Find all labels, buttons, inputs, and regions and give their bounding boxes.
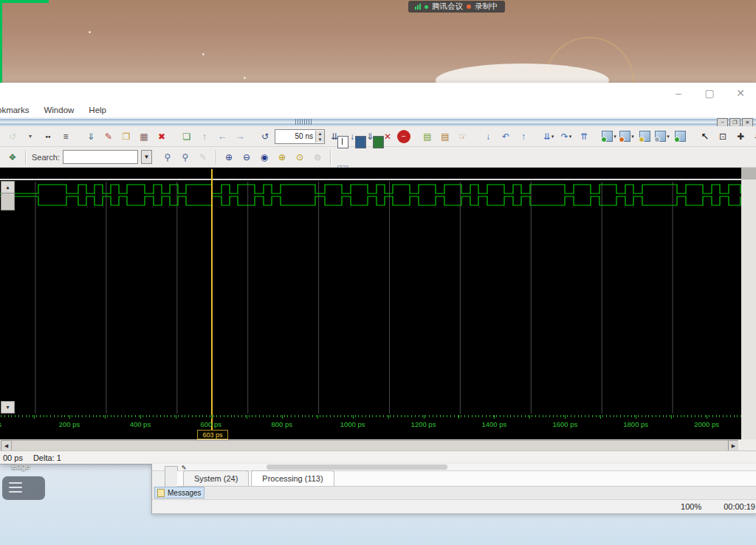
- active-panel-icon[interactable]: [371, 134, 387, 151]
- vertical-scrollbar[interactable]: [741, 168, 756, 414]
- pan-mode-icon[interactable]: ✚: [732, 128, 749, 145]
- ruler-major-tick: [69, 415, 70, 419]
- tab-system[interactable]: System (24): [183, 470, 249, 486]
- signal-trace-a[interactable]: [0, 185, 740, 193]
- maximize-button[interactable]: ▢: [694, 83, 725, 103]
- ruler-tick: [11, 415, 12, 417]
- add-to-list-dropdown-icon[interactable]: ▾: [631, 134, 634, 140]
- goto-anchor-icon[interactable]: ❖: [4, 149, 21, 165]
- ruler-tick: [730, 415, 731, 417]
- scroll-up-icon[interactable]: ▲: [1, 181, 15, 193]
- ruler-tick: [549, 415, 550, 417]
- edit-doc-icon[interactable]: ✎: [100, 128, 117, 145]
- add-to-list-icon[interactable]: ▾: [619, 128, 635, 145]
- scroll-left-icon[interactable]: ◀: [1, 440, 12, 451]
- drag-grip-icon[interactable]: [295, 119, 312, 125]
- zoom-full-icon[interactable]: ◉: [256, 149, 272, 165]
- search-input[interactable]: [63, 150, 138, 164]
- wave-canvas[interactable]: [0, 168, 741, 414]
- cursor-panel-icon[interactable]: [335, 134, 351, 151]
- zoom-cursor-range-icon[interactable]: ⊙: [292, 149, 308, 165]
- add-to-dataflow-icon[interactable]: ▾: [654, 128, 670, 145]
- add-to-watch-icon[interactable]: [672, 128, 688, 145]
- delete-doc-icon[interactable]: ✖: [154, 128, 170, 145]
- cursor-remove-icon[interactable]: ↑: [515, 128, 532, 145]
- ruler-tick: [61, 415, 62, 417]
- meeting-status-pill[interactable]: 腾讯会议 录制中: [408, 1, 505, 13]
- cursor-time-badge[interactable]: 603 ps: [197, 430, 228, 439]
- cursor-pairs-icon[interactable]: ⊥⊥: [750, 128, 756, 145]
- cursor-insert-icon[interactable]: ↓: [480, 128, 496, 145]
- run-length-spinner[interactable]: 50 ns▲▼: [275, 129, 325, 144]
- zoom-in-icon[interactable]: ⊕: [221, 149, 237, 165]
- zoom-others-icon[interactable]: ⊚: [309, 149, 326, 165]
- wave-revert-icon[interactable]: ↷▾: [558, 128, 574, 145]
- memory-profile-icon[interactable]: ▤: [437, 128, 453, 145]
- ruler-tick: [287, 415, 288, 417]
- ruler-major-tick: [636, 415, 636, 419]
- forward-nav-icon[interactable]: →: [232, 128, 248, 145]
- close-button[interactable]: ✕: [725, 83, 756, 103]
- prev-transition-dropdown-icon[interactable]: ▾: [551, 134, 554, 140]
- find-options-icon[interactable]: ✎: [195, 149, 211, 165]
- desktop-list-widget[interactable]: [2, 476, 45, 500]
- add-to-wave-dropdown-icon[interactable]: ▾: [614, 134, 616, 140]
- add-to-log-icon[interactable]: [636, 128, 653, 145]
- ruler-tick: [510, 415, 511, 417]
- save-icon[interactable]: ⇓: [83, 128, 99, 145]
- find-next-icon[interactable]: ⚲: [159, 149, 176, 165]
- up-context-icon[interactable]: ↑: [196, 128, 213, 145]
- prev-transition-icon[interactable]: ⇊▾: [540, 128, 557, 145]
- scroll-down-icon[interactable]: ▼: [1, 401, 15, 414]
- zoom-out-icon[interactable]: ⊖: [238, 149, 255, 165]
- menu-bookmarks[interactable]: okmarks: [0, 106, 29, 114]
- restart-icon[interactable]: ↺: [257, 128, 273, 145]
- ruler-major-tick: [176, 415, 176, 419]
- ruler-tick: [32, 415, 33, 417]
- time-cursor-line[interactable]: [211, 169, 213, 180]
- find-prev-icon[interactable]: ⚲: [177, 149, 193, 165]
- run-length-value[interactable]: 50 ns: [275, 132, 315, 140]
- menu-window[interactable]: Window: [44, 106, 74, 114]
- time-ruler[interactable]: 200 ps400 ps600 ps800 ps1000 ps1200 ps14…: [0, 414, 741, 430]
- pane-scroll-thumb[interactable]: [267, 465, 447, 470]
- toolbar-group: ❖: [1, 149, 24, 165]
- add-to-wave-icon[interactable]: ▾: [601, 128, 617, 145]
- menu-help[interactable]: Help: [89, 106, 106, 114]
- wave-revert-dropdown-icon[interactable]: ▾: [569, 134, 572, 140]
- recompile-refresh-icon[interactable]: ↺: [4, 128, 21, 145]
- horizontal-scrollbar[interactable]: ◀ ▶: [0, 439, 756, 450]
- add-to-dataflow-dropdown-icon[interactable]: ▾: [667, 134, 670, 140]
- refresh-dropdown-icon[interactable]: ▾: [22, 128, 38, 145]
- vertical-scroll-thumb[interactable]: [1, 193, 15, 210]
- select-mode-icon[interactable]: ↖: [697, 128, 713, 145]
- ruler-tick: [273, 415, 274, 417]
- cursor-restore-icon[interactable]: ↶: [498, 128, 514, 145]
- signal-trace-b[interactable]: [0, 196, 740, 205]
- find-binoculars-icon[interactable]: ●●: [40, 128, 56, 145]
- selected-panel-icon[interactable]: [353, 134, 369, 151]
- compile-icon[interactable]: ▦: [136, 128, 152, 145]
- tab-messages[interactable]: Messages: [154, 487, 205, 498]
- back-nav-icon[interactable]: ←: [214, 128, 230, 145]
- zoom-mode-icon[interactable]: ⊡: [715, 128, 731, 145]
- performance-profile-icon[interactable]: ▤: [419, 128, 436, 145]
- view-list-icon[interactable]: ≡: [58, 128, 74, 145]
- tab-processing[interactable]: Processing (113): [251, 470, 334, 486]
- hand-pan-icon[interactable]: ☞: [455, 128, 471, 145]
- ruler-tick: [220, 415, 221, 417]
- waveform-plot[interactable]: [0, 180, 741, 414]
- minimize-button[interactable]: –: [663, 83, 694, 103]
- spin-up-icon[interactable]: ▲: [316, 131, 324, 137]
- zoom-in-on-cursor-icon[interactable]: ⊕: [274, 149, 290, 165]
- horizontal-scroll-thumb[interactable]: [11, 440, 729, 451]
- spin-down-icon[interactable]: ▼: [316, 137, 324, 143]
- expand-copy-icon[interactable]: ❏: [179, 128, 195, 145]
- scroll-right-icon[interactable]: ▶: [728, 440, 739, 451]
- open-folders-icon[interactable]: ❐: [118, 128, 134, 145]
- ruler-tick: [121, 415, 122, 417]
- next-transition-icon[interactable]: ⇈: [576, 128, 592, 145]
- ruler-tick: [64, 415, 65, 417]
- ruler-tick: [323, 415, 323, 417]
- search-dropdown-icon[interactable]: ▼: [141, 150, 152, 164]
